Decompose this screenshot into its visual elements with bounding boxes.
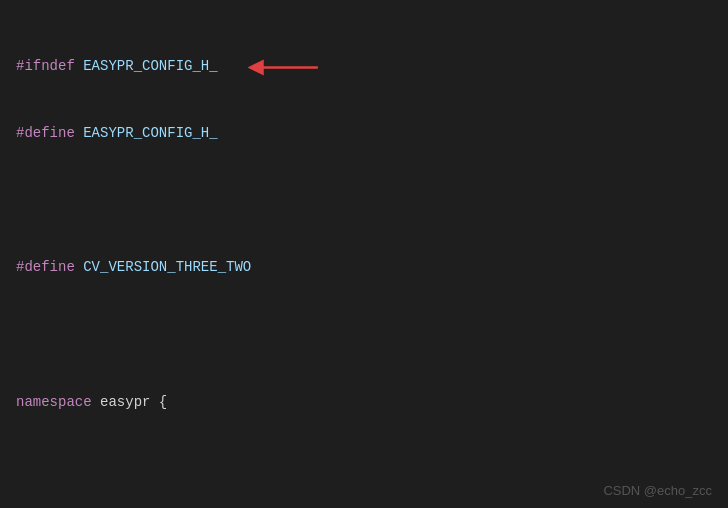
line-1: #ifndef EASYPR_CONFIG_H_ [16, 55, 712, 77]
line-4: #define CV_VERSION_THREE_TWO [16, 256, 712, 278]
red-arrow [245, 50, 320, 85]
line-3 [16, 189, 712, 211]
line-7 [16, 458, 712, 480]
line-5 [16, 323, 712, 345]
watermark-text: CSDN @echo_zcc [603, 483, 712, 498]
line-2: #define EASYPR_CONFIG_H_ [16, 122, 712, 144]
code-block: #ifndef EASYPR_CONFIG_H_ #define EASYPR_… [0, 0, 728, 508]
line-6: namespace easypr { [16, 391, 712, 413]
